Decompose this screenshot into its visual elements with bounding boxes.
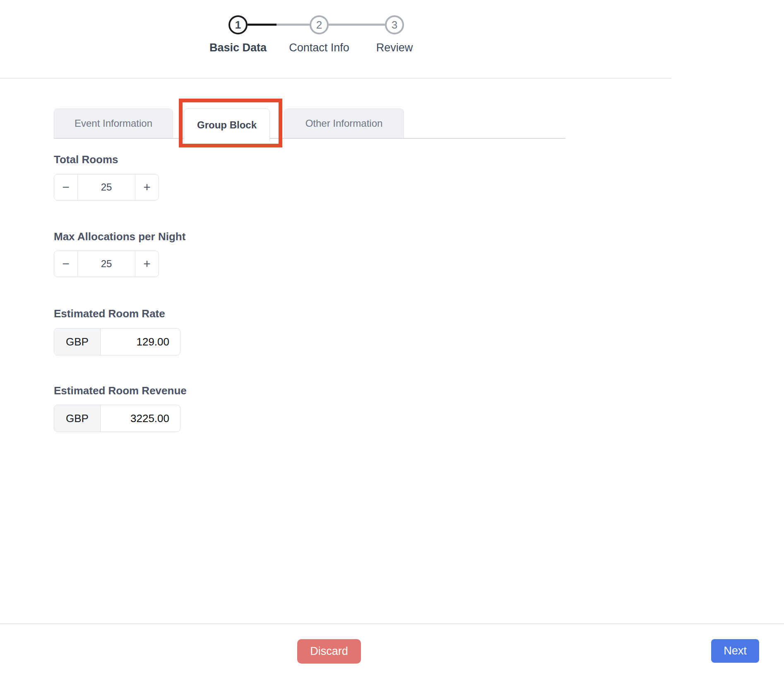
wizard-stepper: 1 Basic Data 2 Contact Info 3 Review	[228, 15, 404, 34]
tab-label: Group Block	[197, 119, 257, 131]
tab-bar: Event Information Group Block Other Info…	[54, 109, 404, 141]
wizard-step-label: Basic Data	[209, 41, 267, 54]
total-rooms-label: Total Rooms	[54, 153, 118, 166]
wizard-step-circle: 1	[228, 15, 248, 34]
next-button[interactable]: Next	[711, 639, 759, 663]
wizard-step-circle: 2	[310, 15, 329, 34]
header-divider	[0, 78, 671, 79]
max-allocations-value[interactable]: 25	[78, 251, 135, 277]
wizard-step-label: Contact Info	[289, 41, 349, 54]
discard-button[interactable]: Discard	[297, 639, 361, 664]
max-allocations-increment-button[interactable]: +	[135, 251, 159, 277]
wizard-connector-2-3	[329, 24, 385, 26]
wizard-step-contact-info[interactable]: 2 Contact Info	[310, 15, 329, 34]
wizard-step-label: Review	[376, 41, 413, 54]
wizard-step-basic-data[interactable]: 1 Basic Data	[228, 15, 248, 34]
max-allocations-stepper: − 25 +	[54, 251, 159, 277]
tab-label: Other Information	[305, 118, 383, 129]
wizard-step-review[interactable]: 3 Review	[385, 15, 404, 34]
room-revenue-field: GBP 3225.00	[54, 405, 180, 432]
room-revenue-input[interactable]: 3225.00	[101, 405, 180, 432]
total-rooms-value[interactable]: 25	[78, 174, 135, 200]
room-rate-input[interactable]: 129.00	[101, 328, 180, 355]
tab-label: Event Information	[75, 118, 152, 129]
max-allocations-decrement-button[interactable]: −	[54, 251, 78, 277]
footer-divider	[0, 623, 784, 624]
tab-group-block[interactable]: Group Block	[184, 109, 270, 141]
total-rooms-increment-button[interactable]: +	[135, 174, 159, 200]
room-revenue-label: Estimated Room Revenue	[54, 384, 187, 397]
wizard-step-number: 1	[235, 19, 241, 31]
wizard-connector-1-2	[248, 24, 310, 26]
wizard-step-number: 3	[392, 19, 397, 31]
total-rooms-stepper: − 25 +	[54, 174, 159, 200]
tab-other-information[interactable]: Other Information	[284, 109, 404, 138]
room-rate-label: Estimated Room Rate	[54, 307, 165, 320]
room-revenue-currency-prefix: GBP	[54, 405, 101, 432]
wizard-step-circle: 3	[385, 15, 404, 34]
max-allocations-label: Max Allocations per Night	[54, 230, 185, 243]
wizard-step-number: 2	[316, 19, 322, 31]
tab-event-information[interactable]: Event Information	[54, 109, 173, 138]
total-rooms-decrement-button[interactable]: −	[54, 174, 78, 200]
room-rate-currency-prefix: GBP	[54, 328, 101, 355]
room-rate-field: GBP 129.00	[54, 328, 180, 355]
